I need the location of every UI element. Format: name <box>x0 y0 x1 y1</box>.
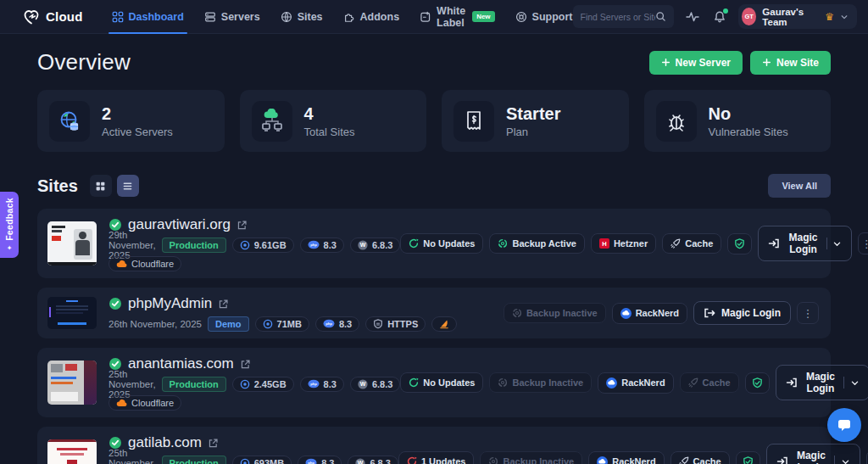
racknerd-icon <box>620 308 632 319</box>
new-server-button[interactable]: New Server <box>649 51 743 75</box>
backup-icon <box>498 238 508 249</box>
php-icon: php <box>305 458 317 464</box>
nav-item-sites[interactable]: Sites <box>281 0 323 33</box>
stat-text: Starter Plan <box>506 104 560 138</box>
notifications-bell-icon[interactable] <box>711 8 728 25</box>
site-list: gauravtiwari.org 29th November, 2025 Pro… <box>37 209 831 464</box>
thumb-art <box>67 460 77 464</box>
php-version-chip: php8.3 <box>300 377 344 392</box>
nav-item-addons[interactable]: Addons <box>343 0 400 33</box>
magic-login-button[interactable]: Magic Login <box>693 301 791 325</box>
updates-label: 1 Updates <box>421 456 466 464</box>
team-switcher[interactable]: GT Gaurav's Team ♛ <box>738 4 857 29</box>
thumb-art <box>66 300 78 302</box>
site-name-link[interactable]: phpMyAdmin <box>128 295 212 312</box>
site-thumbnail[interactable] <box>47 439 97 464</box>
chat-widget-button[interactable] <box>827 408 861 442</box>
provider-label: RackNerd <box>612 456 655 464</box>
magic-login-button[interactable]: Magic Login <box>758 226 852 261</box>
site-info: anantamias.com 25th November, 2025 Produ… <box>108 355 400 411</box>
svg-text:W: W <box>360 242 366 248</box>
cloudflare-icon <box>116 260 127 268</box>
site-actions: No Updates Backup Inactive RackNerd Cach… <box>400 365 868 400</box>
security-shield-chip <box>727 233 752 254</box>
external-link-icon[interactable] <box>240 359 251 370</box>
external-link-icon[interactable] <box>236 220 248 231</box>
row-menu-button[interactable]: ⋮ <box>858 232 868 254</box>
updates-chip: 1 Updates <box>398 451 475 464</box>
thumb-art <box>49 307 51 317</box>
magic-login-button[interactable]: Magic Login <box>776 365 868 400</box>
nav-item-white-label[interactable]: White Label New <box>420 0 494 33</box>
cache-chip: Cache <box>662 233 721 254</box>
nav-label: Dashboard <box>129 11 184 23</box>
site-actions: No Updates Backup Active HHetzner Cache … <box>400 226 868 261</box>
plus-icon <box>762 58 771 67</box>
nav-item-servers[interactable]: Servers <box>204 0 260 33</box>
site-actions: Backup Inactive RackNerd Magic Login ⋮ <box>504 301 819 325</box>
site-row-anantamias: anantamias.com 25th November, 2025 Produ… <box>37 348 831 417</box>
divider <box>843 377 844 389</box>
dashboard-icon <box>112 11 124 23</box>
magic-login-label: Magic Login <box>786 232 821 255</box>
disk-usage-chip: 2.45GB <box>232 377 294 392</box>
feedback-tab[interactable]: Feedback ✦ <box>0 192 19 258</box>
activity-pulse-icon[interactable] <box>684 8 701 25</box>
magic-login-button[interactable]: Magic Login <box>766 444 860 464</box>
environment-badge: Production <box>162 377 226 392</box>
php-version-chip: php8.3 <box>300 238 344 253</box>
view-all-button[interactable]: View All <box>768 174 831 198</box>
cloud-logo-icon <box>22 8 41 26</box>
grid-view-icon <box>95 181 106 192</box>
php-version: 8.3 <box>324 379 337 389</box>
provider-chip-racknerd: RackNerd <box>588 451 664 464</box>
wordpress-version-chip: W6.8.3 <box>348 456 398 464</box>
brand-logo[interactable]: Cloud <box>22 8 83 26</box>
magic-login-dropdown-chevron[interactable] <box>832 239 842 249</box>
magic-login-dropdown-chevron[interactable] <box>841 457 850 464</box>
search-input[interactable] <box>581 12 656 22</box>
wp-version: 6.8.3 <box>372 379 392 389</box>
nav-label: Support <box>532 11 573 23</box>
nav-item-dashboard[interactable]: Dashboard <box>112 0 184 33</box>
new-site-button[interactable]: New Site <box>750 51 831 75</box>
sites-title: Sites <box>37 176 78 196</box>
list-view-button[interactable] <box>117 175 139 197</box>
thumb-art <box>60 453 84 456</box>
site-thumbnail[interactable] <box>47 221 97 266</box>
thumb-art <box>51 377 76 379</box>
globe-database-icon <box>49 101 90 142</box>
shield-check-icon <box>752 377 763 389</box>
racknerd-icon <box>597 456 608 464</box>
site-thumbnail[interactable] <box>47 297 97 329</box>
disk-value: 9.61GB <box>254 240 287 250</box>
provider-label: RackNerd <box>621 377 665 388</box>
top-navbar: Cloud Dashboard Servers Sites Addons Whi… <box>0 0 868 34</box>
nav-label: Sites <box>298 11 323 23</box>
updates-label: No Updates <box>423 377 475 388</box>
chat-bubble-icon <box>836 416 853 433</box>
new-feature-badge: New <box>472 11 494 22</box>
nav-item-support[interactable]: Support <box>515 0 573 33</box>
external-link-icon[interactable] <box>218 299 229 310</box>
site-thumbnail[interactable] <box>47 361 97 405</box>
site-info: phpMyAdmin 26th November, 2025 Demo 71MB… <box>108 294 457 332</box>
row-menu-button[interactable]: ⋮ <box>797 302 819 324</box>
magic-login-dropdown-chevron[interactable] <box>850 378 860 388</box>
stat-vulnerable-sites: No Vulnerable Sites <box>644 90 832 152</box>
global-search[interactable] <box>573 5 675 28</box>
cloudflare-chip: Cloudflare <box>108 395 181 411</box>
site-row-gauravtiwari: gauravtiwari.org 29th November, 2025 Pro… <box>37 209 831 278</box>
puzzle-icon <box>343 11 355 23</box>
stats-cards: 2 Active Servers 4 Total Sites Starter P… <box>37 90 831 152</box>
grid-view-button[interactable] <box>90 175 112 197</box>
svg-text:W: W <box>360 381 366 387</box>
servers-icon <box>204 11 216 23</box>
view-toggles <box>90 175 139 197</box>
https-chip: HTTPS <box>365 316 426 332</box>
php-version-chip: php8.3 <box>298 456 342 464</box>
site-created-date: 26th November, 2025 <box>108 319 202 329</box>
external-link-icon[interactable] <box>208 438 219 449</box>
search-icon[interactable] <box>655 11 666 22</box>
stat-active-servers: 2 Active Servers <box>37 90 225 152</box>
